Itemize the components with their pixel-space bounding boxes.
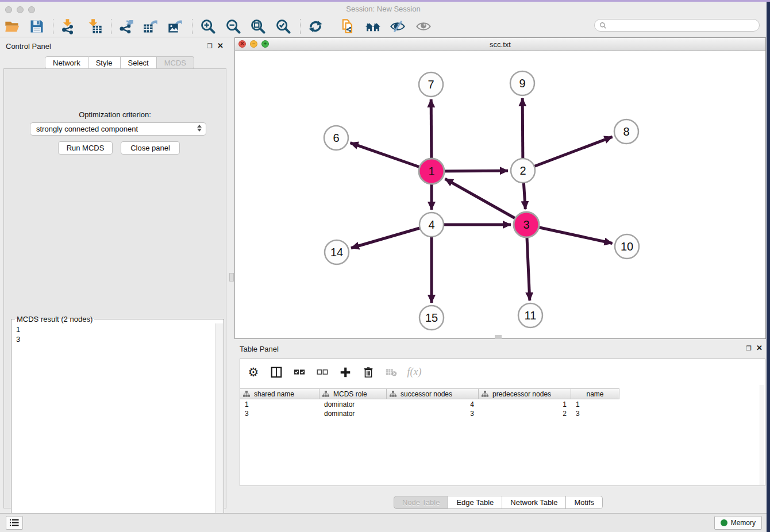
control-panel-title: Control Panel <box>6 42 51 51</box>
network-window-title: scc.txt <box>235 40 765 49</box>
toolbar-separator <box>300 19 301 34</box>
result-line: 3 <box>16 334 215 344</box>
search-icon <box>599 22 607 29</box>
network-file-manager-icon[interactable] <box>337 18 358 35</box>
delete-table-icon[interactable] <box>384 365 399 380</box>
export-table-icon[interactable] <box>140 18 161 35</box>
status-bar: Memory <box>0 513 767 532</box>
table-cell[interactable]: 1 <box>571 400 619 409</box>
column-header-predecessor-nodes[interactable]: predecessor nodes <box>479 388 571 399</box>
settings-gear-icon[interactable]: ⚙ <box>246 365 261 380</box>
graph-node-label: 11 <box>525 309 537 322</box>
table-row[interactable]: 3dominator323 <box>240 409 619 418</box>
split-panel-icon[interactable] <box>269 365 284 380</box>
column-header-successor-nodes[interactable]: successor nodes <box>387 388 479 399</box>
list-icon <box>9 518 20 527</box>
table-cell[interactable]: 4 <box>387 400 479 409</box>
column-header-label: MCDS role <box>333 390 367 398</box>
tab-select[interactable]: Select <box>121 56 157 69</box>
column-header-shared-name[interactable]: shared name <box>240 388 319 399</box>
control-panel-tabs: NetworkStyleSelectMCDS <box>45 56 194 69</box>
column-tree-icon <box>390 391 396 398</box>
home-icon[interactable] <box>363 18 383 35</box>
table-cell[interactable]: 3 <box>571 409 619 418</box>
optimization-criterion-label: Optimization criterion: <box>4 110 226 119</box>
graph-node-label: 1 <box>428 165 434 178</box>
hide-graphics-details-icon[interactable] <box>387 18 408 35</box>
zoom-out-icon[interactable] <box>223 18 244 35</box>
tab-motifs[interactable]: Motifs <box>566 496 603 509</box>
zoom-in-icon[interactable] <box>198 18 218 35</box>
table-cell[interactable]: 3 <box>240 409 319 418</box>
close-panel-button[interactable]: Close panel <box>121 141 180 155</box>
table-cell[interactable]: 2 <box>479 409 571 418</box>
table-scrollbar[interactable] <box>760 385 764 485</box>
panel-divider-grip[interactable] <box>229 273 234 282</box>
table-cell[interactable]: 3 <box>387 409 479 418</box>
show-graphics-details-icon[interactable] <box>413 18 434 35</box>
column-header-label: shared name <box>254 390 294 398</box>
table-cell[interactable]: 1 <box>240 400 319 409</box>
optimization-criterion-select[interactable]: strongly connected component <box>30 122 206 136</box>
import-table-icon[interactable] <box>84 18 105 35</box>
memory-label: Memory <box>731 519 756 527</box>
graph-edge-2-8[interactable] <box>523 137 613 171</box>
refresh-view-icon[interactable] <box>305 18 326 35</box>
select-stepper-icon <box>197 125 202 132</box>
select-all-columns-icon[interactable] <box>292 365 307 380</box>
column-header-name[interactable]: name <box>571 388 619 399</box>
table-header-row: shared nameMCDS rolesuccessor nodesprede… <box>240 388 619 399</box>
tab-edge-table[interactable]: Edge Table <box>448 496 502 509</box>
graph-edge-3-1[interactable] <box>445 179 526 225</box>
float-panel-icon[interactable]: ❐ <box>207 43 213 50</box>
save-session-icon[interactable] <box>26 18 47 35</box>
control-panel: Control Panel ❐ ✕ NetworkStyleSelectMCDS… <box>0 37 230 513</box>
close-panel-icon[interactable]: ✕ <box>217 41 224 50</box>
table-cell[interactable]: dominator <box>319 400 387 409</box>
cytoscape-window: Session: New Session <box>0 2 767 532</box>
window-title: Session: New Session <box>0 5 767 13</box>
table-cell[interactable]: dominator <box>319 409 387 418</box>
graph-node-label: 3 <box>523 218 529 231</box>
graph-node-label: 6 <box>333 132 339 144</box>
function-builder-icon[interactable]: f(x) <box>407 365 422 380</box>
tab-node-table[interactable]: Node Table <box>394 496 449 509</box>
open-session-icon[interactable] <box>2 18 22 35</box>
tab-mcds[interactable]: MCDS <box>157 56 194 69</box>
network-canvas[interactable]: 1234678910111415 <box>235 51 765 338</box>
mcds-result-text[interactable]: 13 <box>12 323 215 531</box>
export-network-icon[interactable] <box>116 18 136 35</box>
mcds-panel: Optimization criterion: strongly connect… <box>3 68 226 508</box>
toolbar-separator <box>111 19 111 34</box>
memory-status-icon <box>721 519 727 526</box>
zoom-fit-icon[interactable] <box>248 18 268 35</box>
export-image-icon[interactable] <box>165 18 186 35</box>
network-window-titlebar: ✕ − + scc.txt <box>235 38 765 51</box>
table-close-icon[interactable]: ✕ <box>756 344 763 352</box>
tab-network-table[interactable]: Network Table <box>502 496 566 509</box>
table-cell[interactable]: 1 <box>479 400 571 409</box>
graph-node-label: 8 <box>623 125 629 138</box>
titlebar: Session: New Session <box>0 2 767 16</box>
memory-button[interactable]: Memory <box>714 516 762 530</box>
table-panel: Table Panel ❐ ✕ ⚙ <box>230 339 767 513</box>
graph-node-label: 15 <box>425 311 438 324</box>
node-table: ⚙ <box>240 358 765 486</box>
result-scrollbar[interactable] <box>215 323 223 531</box>
deselect-all-columns-icon[interactable] <box>315 365 330 380</box>
table-float-icon[interactable]: ❐ <box>746 345 752 352</box>
run-mcds-button[interactable]: Run MCDS <box>58 141 113 155</box>
table-row[interactable]: 1dominator411 <box>240 400 619 409</box>
column-header-MCDS-role[interactable]: MCDS role <box>319 388 387 399</box>
tab-style[interactable]: Style <box>88 56 121 69</box>
tab-network[interactable]: Network <box>45 56 88 69</box>
import-network-icon[interactable] <box>57 18 78 35</box>
mcds-result-title: MCDS result (2 nodes) <box>15 315 94 323</box>
add-column-icon[interactable] <box>338 365 353 380</box>
network-resize-grip[interactable] <box>495 335 502 339</box>
task-history-button[interactable] <box>6 516 23 530</box>
delete-column-icon[interactable] <box>361 365 376 380</box>
zoom-selected-icon[interactable] <box>273 18 294 35</box>
graph-node-label: 7 <box>428 78 434 91</box>
search-input[interactable] <box>610 21 759 30</box>
